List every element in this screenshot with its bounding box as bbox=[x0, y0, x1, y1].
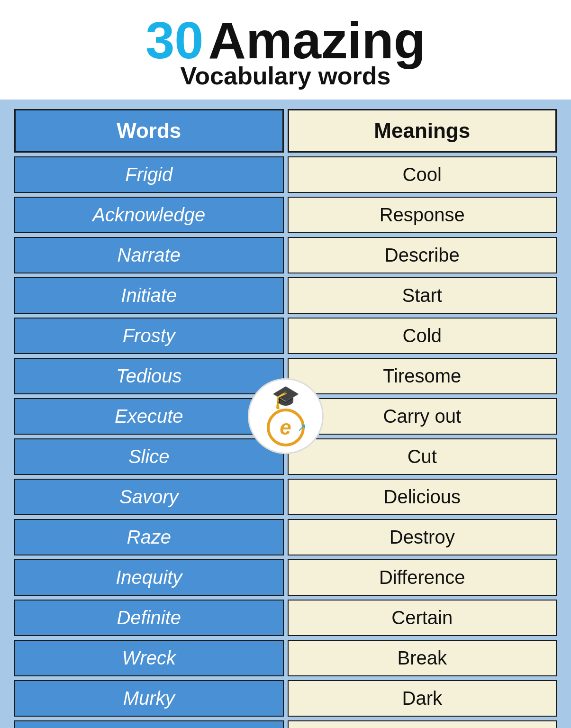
table-row: SobWeep bbox=[14, 720, 557, 728]
word-cell: Inequity bbox=[14, 559, 284, 596]
word-cell: Tedious bbox=[14, 358, 284, 394]
meaning-cell: Dark bbox=[288, 680, 557, 717]
meanings-column-header: Meanings bbox=[288, 109, 557, 153]
graduation-cap-icon: 🎓 bbox=[272, 386, 300, 409]
header: 30 Amazing Vocabulary words bbox=[0, 0, 571, 100]
word-cell: Execute bbox=[14, 398, 284, 435]
table-row: InitiateStart bbox=[14, 277, 557, 314]
word-cell: Acknowledge bbox=[14, 197, 284, 233]
subtitle: Vocabulary words bbox=[180, 62, 390, 90]
header-top: 30 Amazing bbox=[145, 14, 426, 66]
meaning-cell: Describe bbox=[288, 237, 557, 273]
table-row: WreckBreak bbox=[14, 640, 557, 676]
meaning-cell: Start bbox=[288, 277, 557, 314]
logo-swoosh-icon: ↗ bbox=[297, 421, 307, 434]
table-row: NarrateDescribe bbox=[14, 237, 557, 273]
meaning-cell: Weep bbox=[288, 720, 557, 728]
meaning-cell: Delicious bbox=[288, 479, 557, 515]
meaning-cell: Destroy bbox=[288, 519, 557, 555]
meaning-cell: Response bbox=[288, 197, 557, 233]
table-row: SavoryDelicious bbox=[14, 479, 557, 515]
word-cell: Frigid bbox=[14, 156, 284, 193]
word-cell: Sob bbox=[14, 720, 284, 728]
logo-overlay: 🎓 e ↗ bbox=[248, 378, 324, 454]
word-cell: Initiate bbox=[14, 277, 284, 314]
table-row: FrostyCold bbox=[14, 318, 557, 354]
word-cell: Narrate bbox=[14, 237, 284, 273]
table-row: AcknowledgeResponse bbox=[14, 197, 557, 233]
number-display: 30 bbox=[145, 14, 203, 66]
word-cell: Wreck bbox=[14, 640, 284, 676]
table-row: InequityDifference bbox=[14, 559, 557, 596]
meaning-cell: Certain bbox=[288, 600, 557, 636]
word-cell: Murky bbox=[14, 680, 284, 717]
meaning-cell: Cold bbox=[288, 318, 557, 354]
word-cell: Raze bbox=[14, 519, 284, 555]
logo-e-letter: e bbox=[280, 416, 291, 439]
logo-inner: 🎓 e ↗ bbox=[267, 386, 305, 446]
meaning-cell: Difference bbox=[288, 559, 557, 596]
word-cell: Frosty bbox=[14, 318, 284, 354]
table-header-row: Words Meanings bbox=[14, 109, 557, 153]
meaning-cell: Carry out bbox=[288, 398, 557, 435]
words-column-header: Words bbox=[14, 109, 284, 153]
main-content: 🎓 e ↗ Words Meanings FrigidCoolAcknowled… bbox=[0, 100, 571, 728]
table-row: MurkyDark bbox=[14, 680, 557, 717]
table-row: DefiniteCertain bbox=[14, 600, 557, 636]
meaning-cell: Tiresome bbox=[288, 358, 557, 394]
word-cell: Definite bbox=[14, 600, 284, 636]
word-cell: Slice bbox=[14, 438, 284, 475]
amazing-label: Amazing bbox=[208, 14, 425, 66]
table-row: FrigidCool bbox=[14, 156, 557, 193]
meaning-cell: Cut bbox=[288, 438, 557, 475]
meaning-cell: Break bbox=[288, 640, 557, 676]
word-cell: Savory bbox=[14, 479, 284, 515]
table-row: RazeDestroy bbox=[14, 519, 557, 555]
meaning-cell: Cool bbox=[288, 156, 557, 193]
logo-e-ring: e ↗ bbox=[267, 409, 305, 446]
